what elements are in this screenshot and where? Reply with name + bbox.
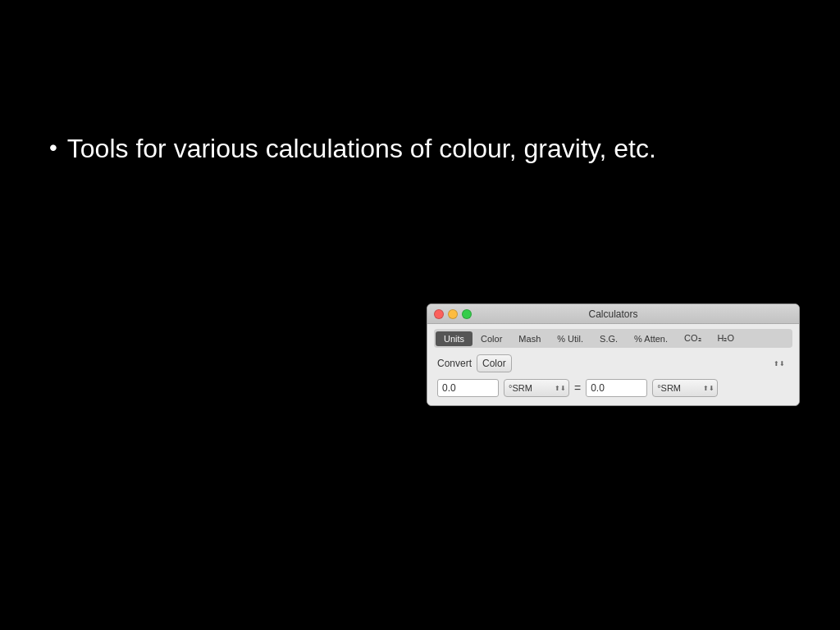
calculator-window: Calculators Units Color Mash % Util. S.G…: [427, 304, 800, 406]
convert-select-wrapper: Color: [477, 354, 789, 372]
tab-atten[interactable]: % Atten.: [626, 331, 676, 346]
tab-h2o[interactable]: H₂O: [710, 331, 743, 346]
convert-label: Convert: [437, 358, 472, 369]
tab-sg[interactable]: S.G.: [591, 331, 626, 346]
tab-util[interactable]: % Util.: [549, 331, 591, 346]
right-value-input[interactable]: [586, 379, 647, 397]
minimize-button[interactable]: [448, 309, 458, 319]
right-unit-select[interactable]: °SRM: [652, 379, 718, 397]
right-unit-wrapper: °SRM: [652, 379, 718, 397]
convert-row: Convert Color: [434, 354, 792, 372]
bullet-dot: •: [49, 133, 57, 162]
left-unit-select[interactable]: °SRM: [504, 379, 569, 397]
tab-color[interactable]: Color: [472, 331, 510, 346]
bullet-text: Tools for various calculations of colour…: [67, 131, 656, 167]
window-controls: [434, 309, 472, 319]
tab-bar: Units Color Mash % Util. S.G. % Atten. C…: [434, 329, 792, 348]
maximize-button[interactable]: [462, 309, 472, 319]
equals-sign: =: [574, 381, 581, 395]
window-body: Units Color Mash % Util. S.G. % Atten. C…: [427, 324, 799, 405]
left-value-input[interactable]: [437, 379, 499, 397]
tab-units[interactable]: Units: [436, 331, 472, 346]
window-titlebar: Calculators: [427, 304, 799, 324]
slide-content: • Tools for various calculations of colo…: [49, 131, 656, 167]
left-unit-wrapper: °SRM: [504, 379, 569, 397]
bullet-item: • Tools for various calculations of colo…: [49, 131, 656, 167]
tab-mash[interactable]: Mash: [510, 331, 549, 346]
conversion-row: °SRM = °SRM: [434, 379, 792, 397]
convert-select[interactable]: Color: [477, 354, 512, 372]
tab-co2[interactable]: CO₂: [676, 331, 710, 346]
window-title: Calculators: [588, 308, 637, 320]
close-button[interactable]: [434, 309, 444, 319]
